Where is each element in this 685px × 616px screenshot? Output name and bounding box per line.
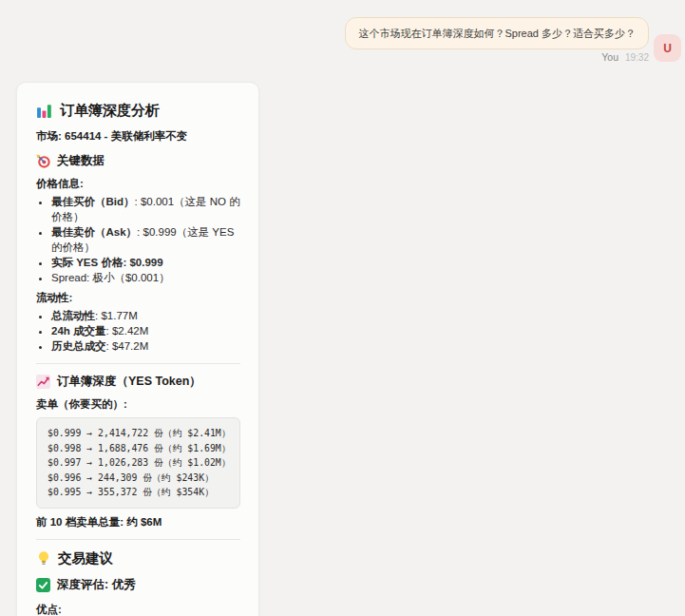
item-label: 实际 YES 价格: $0.999 [51,257,163,268]
market-line: 市场: 654414 - 美联储利率不变 [36,129,240,144]
assessment-text: 深度评估: 优秀 [57,577,136,593]
orderbook-row: $0.995 → 355,372 份（约 $354K） [48,485,229,500]
list-item: 历史总成交: $47.2M [51,338,240,354]
orderbook-row: $0.998 → 1,688,476 份（约 $1.69M） [48,441,229,456]
list-item: 总流动性: $1.77M [51,308,240,323]
message-timestamp: 19:32 [625,52,649,63]
item-label: 历史总成交 [51,340,106,352]
target-icon [36,154,50,168]
item-label: 24h 成交量 [51,325,106,337]
sender-label: You [601,51,618,63]
advice-heading: 交易建议 [58,549,113,568]
key-data-heading: 关键数据 [57,153,105,169]
divider [36,539,240,540]
orderbook-code-block: $0.999 → 2,414,722 份（约 $2.41M） $0.998 → … [36,417,240,509]
list-item: 实际 YES 价格: $0.999 [51,255,240,270]
asks-total-line: 前 10 档卖单总量: 约 $6M [36,515,240,529]
message-meta: You 19:32 [601,51,649,63]
liquidity-label: 流动性: [36,291,240,305]
list-item: 最佳卖价（Ask）: $0.999（这是 YES 的价格） [51,224,240,255]
report-title: 订单簿深度分析 [60,102,160,120]
asks-label: 卖单（你要买的）: [36,397,240,412]
orderbook-row: $0.996 → 244,309 份（约 $243K） [48,471,229,486]
user-avatar: U [654,34,681,62]
orderbook-report-card: 订单簿深度分析 市场: 654414 - 美联储利率不变 关键数据 价格信息: … [16,82,259,616]
bar-chart-icon [36,103,52,119]
list-item: 24h 成交量: $2.42M [51,323,240,338]
user-message-bubble: 这个市场现在订单簿深度如何？Spread 多少？适合买多少？ [345,17,649,49]
item-value: Spread: 极小（$0.001） [51,272,170,283]
report-title-row: 订单簿深度分析 [36,102,240,120]
item-value: : $2.42M [106,325,149,337]
item-label: 最佳卖价（Ask） [51,226,137,238]
orderbook-row: $0.997 → 1,026,283 份（约 $1.02M） [48,455,229,471]
item-label: 总流动性 [51,310,95,321]
advice-heading-row: 交易建议 [36,549,240,568]
key-data-heading-row: 关键数据 [36,153,240,169]
price-info-list: 最佳买价（Bid）: $0.001（这是 NO 的价格） 最佳卖价（Ask）: … [36,194,240,285]
list-item: Spread: 极小（$0.001） [51,270,240,285]
check-mark-icon [36,578,50,592]
chart-increasing-icon [36,375,50,389]
orderbook-heading: 订单簿深度（YES Token） [57,374,201,390]
assessment-row: 深度评估: 优秀 [36,577,240,593]
liquidity-list: 总流动性: $1.77M 24h 成交量: $2.42M 历史总成交: $47.… [36,308,240,354]
light-bulb-icon [36,550,51,567]
list-item: 最佳买价（Bid）: $0.001（这是 NO 的价格） [51,194,240,224]
market-value: 654414 - 美联储利率不变 [65,130,187,142]
item-value: : $47.2M [106,340,149,352]
chat-page: { "page": { "background": "#f3f2f0", "ac… [0,0,685,616]
orderbook-heading-row: 订单簿深度（YES Token） [36,374,240,390]
pros-label: 优点: [36,603,240,616]
item-label: 最佳买价（Bid） [51,196,135,207]
market-label: 市场: [36,130,62,142]
item-value: : $1.77M [95,310,138,321]
divider [36,363,240,364]
orderbook-row: $0.999 → 2,414,722 份（约 $2.41M） [48,426,229,441]
price-info-label: 价格信息: [36,177,240,191]
